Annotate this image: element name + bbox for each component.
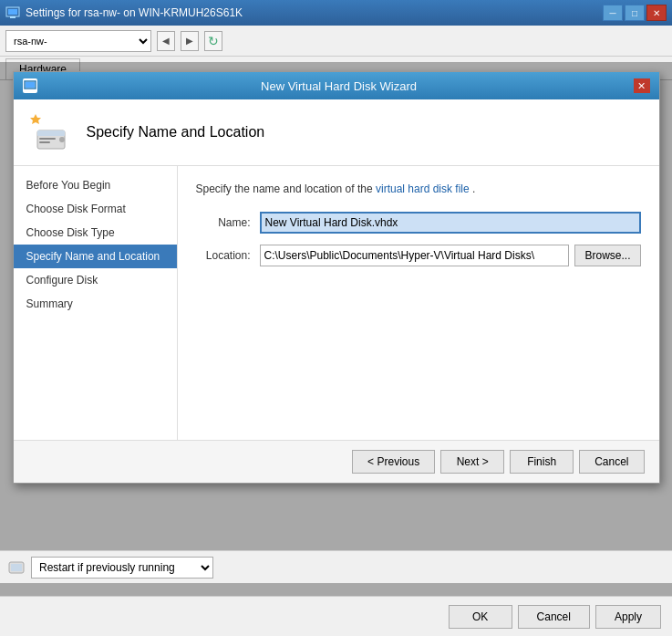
wizard-footer: < Previous Next > Finish Cancel (14, 440, 659, 483)
nav-item-configure-disk[interactable]: Configure Disk (14, 268, 177, 292)
wizard-close-button[interactable]: ✕ (634, 78, 650, 93)
wizard-title-bar: New Virtual Hard Disk Wizard ✕ (14, 72, 659, 99)
wizard-header-icon (28, 110, 72, 154)
apply-button[interactable]: Apply (595, 605, 661, 629)
location-input-group: Browse... (260, 245, 641, 266)
browse-button[interactable]: Browse... (574, 245, 640, 266)
restart-bar: Restart if previously running (0, 550, 672, 583)
nav-item-choose-disk-type[interactable]: Choose Disk Type (14, 221, 177, 245)
location-label: Location: (196, 249, 260, 262)
close-button[interactable]: ✕ (646, 5, 667, 21)
wizard-content-area: Specify the name and location of the vir… (178, 166, 659, 440)
title-text: Settings for rsa-nw- on WIN-KRMUH26S61K (26, 6, 243, 19)
wizard-dialog: New Virtual Hard Disk Wizard ✕ (13, 71, 660, 484)
toolbar: rsa-nw- ◀ ▶ ↻ (0, 26, 672, 57)
wizard-description: Specify the name and location of the vir… (196, 181, 641, 197)
ok-button[interactable]: OK (449, 605, 512, 629)
action-bar: OK Cancel Apply (0, 596, 672, 636)
name-label: Name: (196, 216, 260, 229)
next-button[interactable]: Next > (440, 450, 504, 474)
finish-button[interactable]: Finish (510, 450, 574, 474)
wizard-body: Before You Begin Choose Disk Format Choo… (14, 166, 659, 440)
nav-forward-button[interactable]: ▶ (181, 31, 199, 51)
location-field-row: Location: Browse... (196, 245, 641, 266)
nav-item-choose-disk-format[interactable]: Choose Disk Format (14, 197, 177, 221)
svg-rect-7 (37, 130, 65, 136)
svg-marker-5 (30, 114, 41, 124)
restart-icon (7, 558, 26, 577)
nav-item-before-you-begin[interactable]: Before You Begin (14, 173, 177, 197)
cancel-button[interactable]: Cancel (518, 605, 590, 629)
svg-rect-12 (11, 564, 22, 571)
window-controls: ─ □ ✕ (603, 5, 667, 21)
nav-item-summary[interactable]: Summary (14, 292, 177, 316)
svg-rect-10 (39, 141, 50, 143)
wizard-header: Specify Name and Location (14, 99, 659, 166)
svg-rect-4 (26, 82, 35, 88)
refresh-button[interactable]: ↻ (204, 31, 222, 51)
title-bar: Settings for rsa-nw- on WIN-KRMUH26S61K … (0, 0, 672, 26)
wizard-nav: Before You Begin Choose Disk Format Choo… (14, 166, 178, 440)
name-input[interactable] (260, 212, 641, 234)
cancel-wizard-button[interactable]: Cancel (579, 450, 644, 474)
nav-item-specify-name-location[interactable]: Specify Name and Location (14, 245, 177, 268)
nav-back-button[interactable]: ◀ (157, 31, 175, 51)
wizard-page-title: Specify Name and Location (87, 124, 265, 141)
vm-dropdown[interactable]: rsa-nw- (5, 30, 151, 52)
wizard-icon (23, 78, 37, 93)
location-input[interactable] (260, 245, 570, 266)
svg-rect-9 (39, 138, 56, 140)
vhd-link[interactable]: virtual hard disk file (376, 182, 470, 195)
svg-rect-2 (10, 16, 16, 18)
restart-dropdown[interactable]: Restart if previously running (31, 557, 213, 579)
app-icon (5, 5, 20, 20)
previous-button[interactable]: < Previous (352, 450, 435, 474)
svg-point-8 (59, 137, 65, 142)
minimize-button[interactable]: ─ (603, 5, 623, 21)
name-field-row: Name: (196, 212, 641, 234)
svg-rect-1 (8, 9, 17, 15)
wizard-title: New Virtual Hard Disk Wizard (45, 79, 634, 93)
maximize-button[interactable]: □ (625, 5, 645, 21)
